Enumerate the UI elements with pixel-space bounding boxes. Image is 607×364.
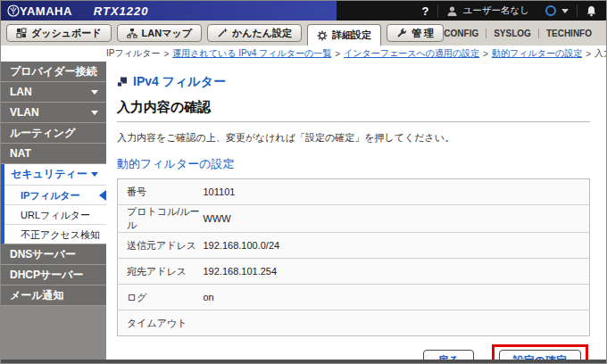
sidebar: プロバイダー接続 LAN VLAN ルーティング NAT セキュリティー IPフ… (1, 62, 106, 360)
breadcrumb-item: IPフィルター (106, 47, 160, 60)
user-icon (446, 5, 458, 17)
breadcrumb-item-current: 入力内容の確認 (595, 47, 607, 60)
sidebar-item-mail-notification[interactable]: メール通知 (1, 285, 106, 306)
sidebar-item-routing[interactable]: ルーティング (1, 123, 106, 144)
sidebar-item-label: セキュリティー (11, 168, 87, 180)
main-toolbar: ダッシュボード LANマップ かんたん設定 (1, 21, 606, 46)
header-actions: ? ユーザー名なし (337, 1, 606, 21)
tab-label: 管 理 (412, 27, 434, 40)
confirmation-table: 番号 101101 プロトコル/ルール WWW 送信元アドレス 192.168.… (117, 178, 590, 336)
chevron-down-icon (91, 172, 98, 177)
section-heading: IPv4 フィルター (117, 74, 592, 90)
sidebar-item-lan[interactable]: LAN (1, 82, 106, 103)
subsection-title: 動的フィルターの設定 (117, 156, 592, 172)
wrench-icon (396, 28, 407, 38)
easy-setup-icon (217, 28, 228, 38)
sidebar-item-provider[interactable]: プロバイダー接続 (1, 62, 106, 82)
chevron-down-icon (91, 111, 98, 115)
top-header-bar: YAMAHA RTX1220 ? ユーザー名なし (1, 1, 606, 21)
tab-management[interactable]: 管 理 (387, 24, 444, 42)
sidebar-item-nat[interactable]: NAT (1, 144, 106, 164)
dashboard-icon (16, 28, 27, 38)
row-value (204, 310, 590, 336)
sidebar-subitem-url-filter[interactable]: URLフィルター (4, 204, 106, 224)
row-value: 192.168.100.0/24 (204, 233, 590, 259)
main-content: IPv4 フィルター 入力内容の確認 入力内容をご確認の上、変更がなければ「設定… (106, 62, 606, 360)
breadcrumb-separator: > (335, 49, 340, 59)
tab-label: 詳細設定 (332, 29, 371, 42)
sidebar-security-section: セキュリティー IPフィルター URLフィルター 不正アクセス検知 (1, 164, 106, 244)
config-link[interactable]: CONFIG (437, 29, 486, 38)
row-label: ログ (118, 285, 204, 310)
tab-dashboard[interactable]: ダッシュボード (6, 24, 112, 42)
divider (437, 4, 438, 17)
table-row: 番号 101101 (118, 179, 590, 205)
breadcrumb-link[interactable]: インターフェースへの適用の設定 (344, 47, 479, 60)
row-value: on (204, 285, 590, 310)
selected-arrow-icon (99, 190, 106, 201)
section-title: IPv4 フィルター (133, 74, 226, 90)
table-row: プロトコル/ルール WWW (118, 205, 590, 233)
brand-area: YAMAHA RTX1220 (1, 1, 337, 21)
row-label: 番号 (118, 179, 204, 205)
sidebar-subitem-label: IPフィルター (21, 190, 79, 201)
row-label: 宛先アドレス (118, 259, 204, 285)
page-body: プロバイダー接続 LAN VLAN ルーティング NAT セキュリティー IPフ… (1, 62, 606, 360)
sidebar-item-label: VLAN (10, 106, 39, 119)
ipv4-section-icon (117, 77, 128, 87)
utility-links: CONFIG SYSLOG TECHINFO (437, 21, 599, 46)
notification-bell-icon[interactable] (586, 5, 597, 17)
breadcrumb-link[interactable]: 運用されている IPv4 フィルターの一覧 (172, 47, 331, 60)
divider (117, 121, 590, 122)
row-label: プロトコル/ルール (118, 205, 204, 233)
sidebar-item-dhcp-server[interactable]: DHCPサーバー (1, 265, 106, 285)
techinfo-link[interactable]: TECHINFO (539, 29, 599, 38)
status-ring-icon[interactable] (545, 5, 556, 16)
breadcrumb-link[interactable]: 動的フィルターの設定 (492, 47, 582, 60)
breadcrumb-separator: > (483, 49, 488, 59)
username-label: ユーザー名なし (463, 4, 529, 17)
divider (577, 4, 578, 17)
row-label: タイムアウト (118, 310, 204, 336)
breadcrumb-separator: > (163, 49, 169, 59)
window-bottom-edge (1, 360, 606, 363)
tab-label: かんたん設定 (232, 27, 292, 40)
table-row: 送信元アドレス 192.168.100.0/24 (118, 233, 590, 259)
tab-label: ダッシュボード (31, 27, 102, 40)
tab-label: LANマップ (142, 27, 192, 40)
sidebar-subitem-intrusion-detection[interactable]: 不正アクセス検知 (4, 224, 106, 244)
table-row: ログ on (118, 285, 590, 310)
chevron-down-icon (91, 90, 98, 95)
sidebar-item-security[interactable]: セキュリティー (4, 164, 106, 185)
tab-advanced-settings[interactable]: 詳細設定 (307, 24, 381, 46)
tab-lan-map[interactable]: LANマップ (117, 24, 202, 42)
router-admin-page: YAMAHA RTX1220 ? ユーザー名なし (0, 0, 607, 364)
lanmap-icon (127, 28, 137, 38)
sidebar-item-label: LAN (10, 86, 32, 98)
sidebar-item-vlan[interactable]: VLAN (1, 103, 106, 123)
help-icon[interactable]: ? (422, 4, 429, 18)
sidebar-subitem-ip-filter[interactable]: IPフィルター (4, 185, 106, 204)
syslog-link[interactable]: SYSLOG (486, 29, 538, 38)
breadcrumb: IPフィルター > 運用されている IPv4 フィルターの一覧 > インターフェ… (1, 46, 606, 62)
yamaha-logo-icon (7, 4, 20, 17)
confirmation-message: 入力内容をご確認の上、変更がなければ「設定の確定」を押してください。 (117, 131, 592, 145)
user-area[interactable]: ユーザー名なし (446, 4, 529, 17)
gear-icon (317, 30, 328, 41)
model-name: RTX1220 (94, 4, 149, 18)
breadcrumb-separator: > (586, 49, 591, 59)
row-label: 送信元アドレス (118, 233, 204, 259)
row-value: WWW (204, 205, 590, 233)
tab-easy-setup[interactable]: かんたん設定 (207, 24, 302, 42)
row-value: 192.168.101.254 (204, 259, 590, 285)
page-title: 入力内容の確認 (117, 99, 592, 116)
table-row: タイムアウト (118, 310, 590, 336)
brand-name: YAMAHA (20, 4, 72, 18)
sidebar-item-dns-server[interactable]: DNSサーバー (1, 244, 106, 265)
sidebar-filler (1, 306, 106, 360)
table-row: 宛先アドレス 192.168.101.254 (118, 259, 590, 285)
row-value: 101101 (204, 179, 590, 205)
chevron-down-icon[interactable] (561, 9, 569, 13)
